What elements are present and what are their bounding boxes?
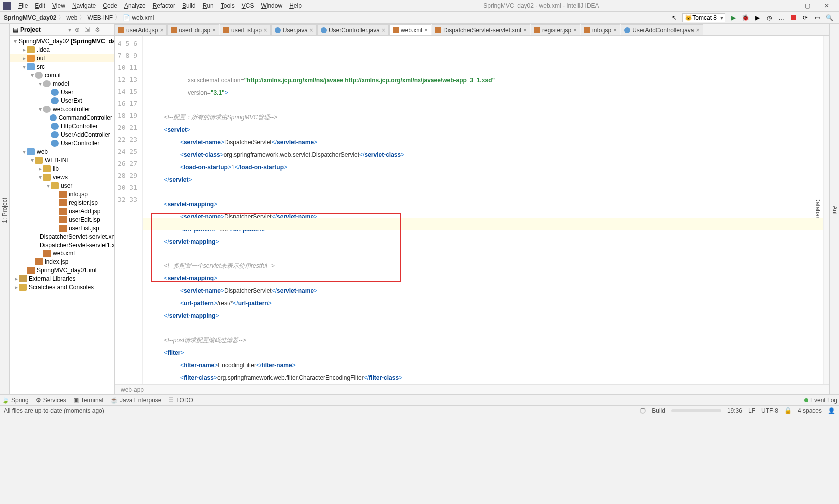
tree-node[interactable]: userAdd.jsp: [10, 207, 114, 215]
stop-button[interactable]: [788, 13, 798, 23]
tree-node[interactable]: ▾src: [10, 62, 114, 71]
tree-node[interactable]: register.jsp: [10, 198, 114, 207]
tree-node[interactable]: ▸.idea: [10, 45, 114, 54]
close-tab-icon[interactable]: ×: [696, 27, 700, 34]
event-log-tab[interactable]: Event Log: [804, 397, 837, 404]
editor-error-strip[interactable]: [823, 36, 829, 384]
tree-node[interactable]: ▾WEB-INF: [10, 156, 114, 164]
tree-node[interactable]: ▸lib: [10, 164, 114, 173]
tool-javaee-tab[interactable]: ☕ Java Enterprise: [110, 397, 161, 404]
breadcrumb-root[interactable]: SpringMVC_day02: [4, 14, 56, 21]
maximize-button[interactable]: ▢: [798, 2, 817, 9]
editor-tab[interactable]: info.jsp×: [581, 24, 620, 35]
tree-node[interactable]: ▾SpringMVC_day02 [SpringMVC_day0: [10, 37, 114, 45]
tool-spring-tab[interactable]: 🍃 Spring: [2, 397, 29, 404]
close-tab-icon[interactable]: ×: [160, 27, 163, 34]
code-crumb-bar[interactable]: web-app: [115, 384, 829, 394]
editor-tab[interactable]: User.java×: [271, 24, 317, 35]
tree-node[interactable]: User: [10, 88, 114, 96]
tree-node[interactable]: SpringMVC_day01.iml: [10, 266, 114, 274]
close-tab-icon[interactable]: ×: [573, 27, 577, 34]
tree-node[interactable]: ▸Scratches and Consoles: [10, 283, 114, 291]
close-tab-icon[interactable]: ×: [212, 27, 216, 34]
close-tab-icon[interactable]: ×: [382, 27, 385, 34]
editor-tab[interactable]: userList.jsp×: [220, 24, 271, 35]
tree-node[interactable]: ▸out: [10, 54, 114, 62]
menu-edit[interactable]: Edit: [31, 2, 49, 9]
tree-node[interactable]: ▾web.controller: [10, 105, 114, 113]
tree-node[interactable]: DispatcherServlet-servlet1.xr: [10, 241, 114, 249]
menu-help[interactable]: Help: [286, 2, 305, 9]
file-encoding[interactable]: UTF-8: [761, 407, 778, 414]
menu-tools[interactable]: Tools: [217, 2, 238, 9]
menu-window[interactable]: Window: [257, 2, 286, 9]
structure-button[interactable]: ▭: [812, 13, 822, 23]
tree-node[interactable]: userEdit.jsp: [10, 215, 114, 224]
tree-node[interactable]: userList.jsp: [10, 224, 114, 232]
close-tab-icon[interactable]: ×: [613, 27, 617, 34]
coverage-button[interactable]: ▶: [752, 13, 762, 23]
menu-analyze[interactable]: Analyze: [121, 2, 149, 9]
tree-node[interactable]: DispatcherServlet-servlet.xm: [10, 232, 114, 241]
menu-build[interactable]: Build: [179, 2, 199, 9]
update-button[interactable]: ⟳: [800, 13, 810, 23]
tree-node[interactable]: CommandController: [10, 113, 114, 122]
gear-icon[interactable]: ⚙: [93, 26, 101, 34]
cursor-pos[interactable]: 19:36: [727, 407, 742, 414]
collapse-icon[interactable]: ⇲: [83, 26, 91, 34]
editor-tab[interactable]: DispatcherServlet-servlet.xml×: [432, 24, 530, 35]
editor-tab[interactable]: register.jsp×: [531, 24, 580, 35]
tool-terminal-tab[interactable]: ▣ Terminal: [73, 397, 103, 404]
tree-node[interactable]: ▾model: [10, 79, 114, 88]
menu-refactor[interactable]: Refactor: [149, 2, 179, 9]
run-config-combo[interactable]: 🐱 Tomcat 8: [682, 13, 725, 22]
hide-panel-icon[interactable]: —: [103, 26, 111, 34]
editor-tab[interactable]: UserAddController.java×: [621, 24, 703, 35]
menu-vcs[interactable]: VCS: [238, 2, 258, 9]
menu-file[interactable]: File: [15, 2, 31, 9]
editor-tab[interactable]: userEdit.jsp×: [167, 24, 219, 35]
back-button[interactable]: ↖: [669, 13, 679, 23]
menu-view[interactable]: View: [49, 2, 69, 9]
profile-button[interactable]: ◷: [764, 13, 774, 23]
tree-node[interactable]: HttpController: [10, 122, 114, 130]
line-ending[interactable]: LF: [748, 407, 755, 414]
menu-navigate[interactable]: Navigate: [69, 2, 99, 9]
tree-node[interactable]: ▸External Libraries: [10, 274, 114, 283]
tree-node[interactable]: index.jsp: [10, 257, 114, 266]
close-tab-icon[interactable]: ×: [424, 27, 428, 34]
project-tree[interactable]: ▾SpringMVC_day02 [SpringMVC_day0▸.idea▸o…: [10, 36, 114, 394]
run-button[interactable]: ▶: [728, 13, 738, 23]
tree-node[interactable]: ▾web: [10, 147, 114, 156]
search-button[interactable]: 🔍: [824, 13, 834, 23]
tool-services-tab[interactable]: ⚙ Services: [36, 397, 66, 404]
tree-node[interactable]: UserExt: [10, 96, 114, 105]
tool-todo-tab[interactable]: ☰ TODO: [168, 397, 193, 404]
tree-node[interactable]: UserController: [10, 139, 114, 147]
minimize-button[interactable]: —: [778, 2, 798, 9]
code-content[interactable]: xsi:schemaLocation="http://xmlns.jcp.org…: [143, 36, 823, 384]
tree-node[interactable]: web.xml: [10, 249, 114, 257]
code-editor[interactable]: 4 5 6 7 8 9 10 11 12 13 14 15 16 17 18 1…: [115, 36, 829, 384]
tree-node[interactable]: info.jsp: [10, 190, 114, 198]
close-tab-icon[interactable]: ×: [264, 27, 267, 34]
tree-node[interactable]: UserAddController: [10, 130, 114, 139]
inspect-icon[interactable]: 👤: [828, 407, 835, 414]
menu-code[interactable]: Code: [99, 2, 121, 9]
menu-run[interactable]: Run: [199, 2, 217, 9]
editor-tab[interactable]: web.xml×: [389, 24, 431, 35]
tree-node[interactable]: ▾views: [10, 173, 114, 181]
close-tab-icon[interactable]: ×: [310, 27, 313, 34]
indent-info[interactable]: 4 spaces: [798, 407, 822, 414]
editor-tab[interactable]: UserController.java×: [317, 24, 389, 35]
breadcrumb-part[interactable]: web: [66, 14, 77, 21]
tool-ant-tab[interactable]: Ant: [830, 203, 839, 218]
attach-button[interactable]: …: [776, 13, 786, 23]
tool-project-tab[interactable]: 1: Project: [0, 195, 9, 226]
close-tab-icon[interactable]: ×: [523, 27, 527, 34]
tree-node[interactable]: ▾user: [10, 181, 114, 190]
editor-tab[interactable]: userAdd.jsp×: [115, 24, 167, 35]
breadcrumb-part[interactable]: WEB-INF: [87, 14, 113, 21]
close-window-button[interactable]: ✕: [817, 2, 836, 9]
locate-icon[interactable]: ⊕: [73, 26, 81, 34]
